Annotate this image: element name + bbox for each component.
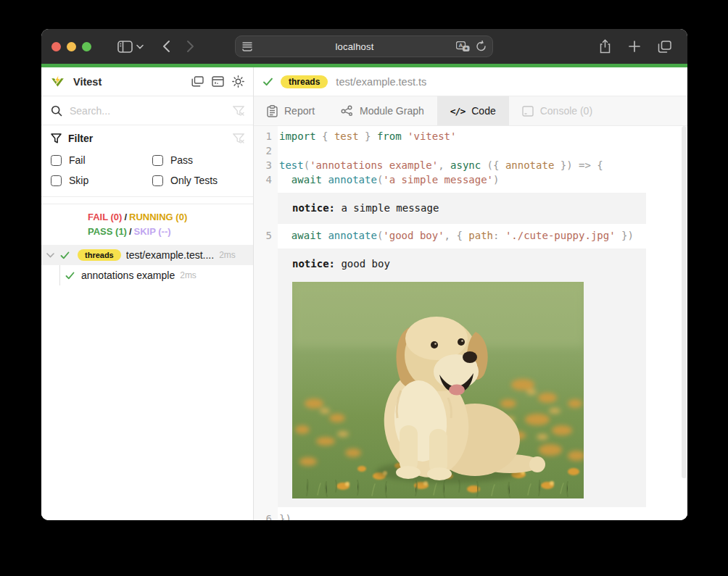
tree-test-label: annotations example	[81, 270, 175, 281]
tab-code-label: Code	[471, 105, 495, 117]
checkbox-only-tests-box[interactable]	[152, 175, 163, 186]
module-graph-icon	[341, 105, 353, 117]
browser-toolbar: localhost A ★	[41, 29, 687, 64]
code-icon: </>	[450, 106, 465, 117]
tree-row-test[interactable]: annotations example 2ms	[41, 265, 253, 285]
summary-line-1: FAIL (0)/RUNNING (0)	[88, 210, 253, 225]
tab-console[interactable]: Console (0)	[509, 96, 605, 125]
filter-section: Filter Fail Pass Skip Only Tests	[41, 125, 253, 197]
checkbox-skip-box[interactable]	[51, 175, 62, 186]
tab-module-graph-label: Module Graph	[360, 105, 424, 117]
pass-check-icon	[65, 272, 75, 280]
filter-title: Filter	[68, 133, 93, 144]
pool-badge: threads	[281, 75, 328, 88]
file-path: test/example.test.ts	[336, 76, 426, 88]
tab-overview-icon[interactable]	[658, 41, 671, 53]
skip-count: SKIP (--)	[134, 226, 171, 237]
forward-button[interactable]	[186, 40, 194, 53]
tree-row-file[interactable]: threads test/example.test.... 2ms	[41, 245, 253, 265]
reload-icon[interactable]	[476, 41, 487, 52]
url-text: localhost	[253, 41, 456, 52]
share-icon[interactable]	[599, 39, 611, 54]
running-count: RUNNING (0)	[129, 212, 187, 222]
back-button[interactable]	[162, 40, 170, 53]
checkbox-fail[interactable]: Fail	[51, 154, 152, 166]
filter-icon	[51, 133, 62, 143]
clear-search-filter-icon[interactable]	[233, 106, 244, 116]
tree-file-label: test/example.test....	[126, 249, 214, 261]
new-tab-icon[interactable]	[629, 41, 640, 52]
app-title: Vitest	[73, 76, 102, 88]
checkbox-only-tests[interactable]: Only Tests	[152, 175, 244, 186]
duration-label: 2ms	[180, 270, 197, 280]
code-line: 4 await annotate('a simple message')	[254, 172, 687, 187]
pool-badge: threads	[78, 249, 121, 261]
code-line: 2	[254, 143, 687, 158]
notice-message: a simple message	[335, 202, 439, 214]
chevron-down-icon[interactable]	[136, 44, 144, 49]
tab-report[interactable]: Report	[254, 96, 328, 125]
svg-text:★: ★	[464, 46, 468, 51]
checkbox-pass-box[interactable]	[152, 155, 163, 166]
line-content: test('annotations example', async ({ ann…	[278, 158, 603, 172]
line-content: import { test } from 'vitest'	[278, 129, 456, 143]
browser-window: localhost A ★	[41, 29, 687, 520]
checkbox-only-tests-label: Only Tests	[170, 175, 218, 186]
search-icon	[51, 105, 62, 117]
checkbox-pass-label: Pass	[170, 154, 193, 166]
search-input[interactable]	[70, 105, 233, 117]
reader-icon[interactable]	[241, 41, 253, 51]
sidebar: Vitest	[41, 67, 254, 520]
annotation-notice: notice: a simple message	[278, 193, 646, 224]
url-bar[interactable]: localhost A ★	[235, 36, 493, 57]
line-content	[278, 143, 279, 158]
pass-check-icon	[262, 78, 273, 86]
notice-message: good boy	[335, 258, 390, 270]
line-number: 4	[254, 172, 278, 187]
summary-separator: /	[122, 212, 129, 222]
theme-toggle-sun-icon[interactable]	[232, 75, 244, 88]
pass-check-icon	[60, 251, 70, 259]
line-number: 3	[254, 158, 278, 172]
line-content: })	[278, 512, 291, 520]
checkbox-skip[interactable]: Skip	[51, 175, 152, 186]
translate-icon[interactable]: A ★	[456, 41, 470, 52]
notice-label: notice:	[292, 258, 335, 270]
vitest-logo-icon	[51, 75, 65, 88]
checkbox-pass[interactable]: Pass	[152, 154, 244, 166]
summary-separator: /	[127, 226, 134, 237]
pass-count: PASS (1)	[88, 226, 127, 237]
console-icon	[522, 106, 534, 117]
tab-code[interactable]: </> Code	[437, 96, 509, 125]
file-header: threads test/example.test.ts	[254, 67, 687, 96]
summary-line-2: PASS (1)/SKIP (--)	[88, 225, 253, 239]
puppy-image	[292, 282, 584, 498]
code-line: 6})	[254, 512, 687, 520]
code-line: 3test('annotations example', async ({ an…	[254, 158, 687, 172]
annotation-notice: notice: good boy	[278, 249, 646, 507]
vertical-scrollbar-thumb[interactable]	[682, 126, 687, 478]
tab-module-graph[interactable]: Module Graph	[328, 96, 437, 125]
sidebar-header: Vitest	[41, 67, 253, 96]
collapse-panels-icon[interactable]	[191, 76, 204, 87]
zoom-window-button[interactable]	[82, 42, 91, 51]
clear-filter-icon[interactable]	[233, 133, 244, 143]
sidebar-toggle-icon[interactable]	[117, 41, 133, 53]
code-line: 1import { test } from 'vitest'	[254, 129, 687, 143]
line-number: 1	[254, 129, 278, 143]
minimize-window-button[interactable]	[67, 42, 76, 51]
code-line: 5 await annotate('good boy', { path: './…	[254, 228, 687, 243]
traffic-lights	[41, 42, 102, 51]
chevron-down-icon[interactable]	[46, 252, 54, 258]
search-row	[41, 96, 253, 125]
duration-label: 2ms	[219, 250, 236, 260]
checkbox-fail-label: Fail	[69, 154, 86, 166]
main-panel: threads test/example.test.ts Report	[254, 67, 687, 520]
dashboard-icon[interactable]	[212, 76, 224, 87]
test-tree: threads test/example.test.... 2ms annota…	[41, 245, 253, 520]
report-icon	[267, 105, 278, 117]
line-content: await annotate('a simple message')	[278, 172, 499, 187]
close-window-button[interactable]	[51, 42, 61, 51]
fail-count: FAIL (0)	[88, 212, 122, 222]
checkbox-fail-box[interactable]	[51, 155, 62, 166]
